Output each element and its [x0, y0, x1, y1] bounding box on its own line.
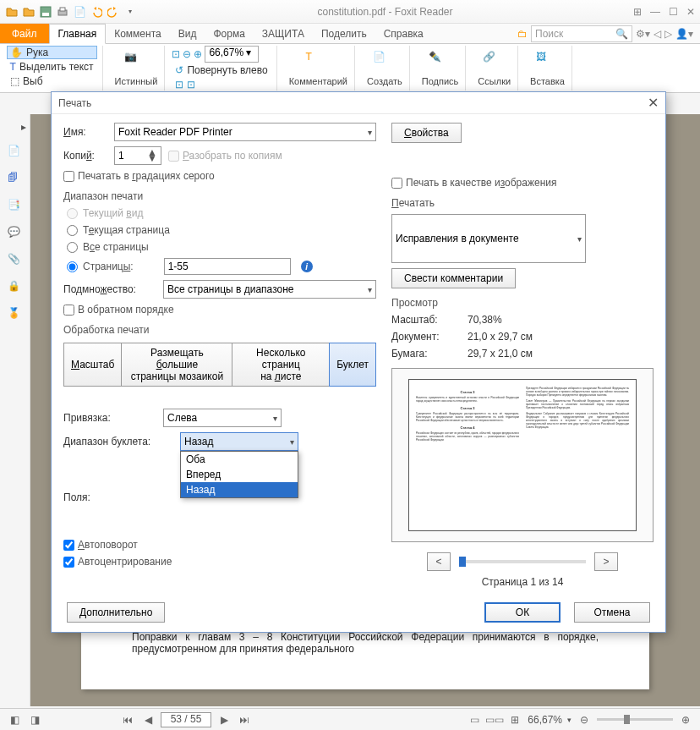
zoomin-icon[interactable]: ⊕: [194, 48, 202, 60]
open2-icon[interactable]: [22, 5, 36, 19]
as-image-check[interactable]: Печать в качестве изображения: [391, 177, 654, 189]
layout1-icon[interactable]: ▭: [467, 712, 482, 727]
comments-icon[interactable]: 💬: [8, 226, 23, 241]
layers-icon[interactable]: 🗐: [8, 172, 23, 187]
seg-tile[interactable]: Размещать большиестраницы мозаикой: [122, 343, 232, 386]
next-page-icon[interactable]: ▶: [216, 712, 232, 727]
comment-group[interactable]: Ꭲ Комментарий: [282, 46, 355, 91]
autorotate-check[interactable]: Автоповорот: [63, 539, 376, 551]
zoom-in-icon[interactable]: ⊕: [678, 712, 693, 727]
security-icon[interactable]: 🔒: [8, 280, 23, 295]
minimize-icon[interactable]: ―: [650, 6, 660, 18]
side-toggle2-icon[interactable]: ◨: [27, 712, 42, 727]
cancel-button[interactable]: Отмена: [574, 602, 650, 623]
seg-scale[interactable]: Масштаб: [64, 343, 122, 386]
seg-booklet[interactable]: Буклет: [329, 343, 376, 387]
flatten-button[interactable]: Свести комментарии: [391, 268, 516, 288]
bookmarks-icon[interactable]: 📑: [8, 199, 23, 214]
ok-button[interactable]: ОК: [484, 602, 561, 623]
snapshot-group[interactable]: 📷 Истинный: [108, 46, 166, 91]
seg-multi[interactable]: Несколько страницна листе: [232, 343, 330, 386]
prev-icon[interactable]: ◁: [654, 28, 661, 40]
close-icon[interactable]: ✕: [686, 6, 695, 18]
gear-icon[interactable]: ⚙▾: [636, 28, 650, 40]
last-page-icon[interactable]: ⏭: [237, 712, 252, 727]
first-page-icon[interactable]: ⏮: [120, 712, 135, 727]
print-what-combo[interactable]: Исправления в документе▾: [391, 214, 586, 263]
dd-option-back[interactable]: Назад: [181, 482, 298, 497]
page-thumb-icon[interactable]: 📄: [8, 145, 23, 160]
file-tab[interactable]: Файл: [0, 24, 49, 43]
binding-combo[interactable]: Слева▾: [163, 409, 282, 427]
layout3-icon[interactable]: ⊞: [507, 712, 522, 727]
tab-form[interactable]: Форма: [205, 25, 253, 43]
dd-option-both[interactable]: Оба: [181, 452, 298, 467]
layout2-icon[interactable]: ▭▭: [487, 712, 502, 727]
sign-group[interactable]: ✒️ Подпись: [415, 46, 467, 91]
zoom-out-icon[interactable]: ⊖: [577, 712, 592, 727]
autocenter-check[interactable]: Автоцентрирование: [63, 556, 376, 568]
rotate-left[interactable]: ↺Повернуть влево: [172, 63, 271, 77]
user-icon[interactable]: 👤▾: [675, 28, 693, 40]
attach-icon[interactable]: 📎: [8, 253, 23, 268]
create-group[interactable]: 📄 Создать: [360, 46, 410, 91]
dd-option-forward[interactable]: Вперед: [181, 467, 298, 482]
tab-share[interactable]: Поделить: [313, 25, 375, 43]
prev-page-icon[interactable]: ◀: [140, 712, 156, 727]
handling-segment: Масштаб Размещать большиестраницы мозаик…: [63, 343, 376, 387]
save-icon[interactable]: [39, 5, 52, 19]
tab-help[interactable]: Справка: [375, 25, 432, 43]
tab-comment[interactable]: Коммента: [106, 25, 170, 43]
radio-all-pages[interactable]: Все страницы: [67, 241, 376, 253]
info-icon[interactable]: i: [301, 261, 313, 272]
next-icon[interactable]: ▷: [664, 28, 672, 40]
search-go-icon[interactable]: 🔍: [615, 28, 628, 40]
grayscale-check[interactable]: Печатать в градациях серого: [63, 170, 376, 182]
printer-combo[interactable]: Foxit Reader PDF Printer▾: [114, 123, 376, 141]
zoom-slider[interactable]: [597, 718, 673, 721]
preview-prev-button[interactable]: <: [427, 552, 451, 571]
copies-spinner[interactable]: 1▲▼: [114, 146, 161, 165]
hand-tool[interactable]: ✋Рука: [7, 46, 97, 59]
doc-icon[interactable]: 📄: [73, 5, 86, 19]
qat-dropdown-icon[interactable]: ▾: [123, 5, 137, 19]
print-icon[interactable]: [56, 5, 69, 19]
open-icon[interactable]: [5, 5, 19, 19]
reverse-check[interactable]: В обратном порядке: [63, 304, 376, 316]
advanced-button[interactable]: Дополнительно: [67, 602, 165, 623]
zoomout-icon[interactable]: ⊖: [183, 48, 191, 60]
radio-current-page[interactable]: Текущая страница: [67, 224, 376, 236]
radio-pages[interactable]: Страницы: i: [67, 258, 376, 275]
collapse-icon[interactable]: ▸: [21, 121, 26, 133]
properties-button[interactable]: Свойства: [391, 123, 462, 143]
undo-icon[interactable]: [90, 5, 103, 19]
pages-input[interactable]: [164, 258, 291, 275]
select-text-tool[interactable]: ᎢВыделить текст: [7, 60, 97, 74]
insert-group[interactable]: 🖼 Вставка: [523, 46, 572, 91]
dialog-close-icon[interactable]: ✕: [648, 95, 659, 111]
preview-next-button[interactable]: >: [594, 552, 618, 571]
redo-icon[interactable]: [107, 5, 120, 19]
links-group[interactable]: 🔗 Ссылки: [471, 46, 518, 91]
side-toggle-icon[interactable]: ◧: [7, 712, 22, 727]
booklet-range-combo[interactable]: Назад▾: [180, 432, 298, 451]
find-icon[interactable]: 🗀: [517, 28, 528, 40]
page-input[interactable]: 53 / 55: [161, 712, 211, 727]
fit-icon[interactable]: ⊡: [172, 48, 180, 60]
subset-combo[interactable]: Все страницы в диапазоне▾: [163, 280, 376, 299]
tab-view[interactable]: Вид: [170, 25, 205, 43]
search-input[interactable]: Поиск 🔍: [531, 25, 632, 42]
zoom-combo[interactable]: 66,67% ▾: [205, 46, 259, 63]
booklet-range-dropdown: Оба Вперед Назад: [180, 451, 298, 498]
tab-protect[interactable]: ЗАЩИТА: [254, 25, 313, 43]
zoom-caret-icon[interactable]: ▾: [567, 716, 571, 724]
ribbon-toggle-icon[interactable]: ⊞: [633, 6, 642, 18]
tab-home[interactable]: Главная: [49, 24, 107, 44]
rotate-more[interactable]: ⊡ ⊡: [172, 78, 271, 91]
scale-key: Масштаб:: [391, 314, 459, 326]
sig-icon[interactable]: 🏅: [8, 307, 23, 322]
statusbar: ◧ ◨ ⏮ ◀ 53 / 55 ▶ ⏭ ▭ ▭▭ ⊞ 66,67% ▾ ⊖ ⊕: [0, 708, 700, 730]
preview-slider[interactable]: [459, 560, 586, 563]
maximize-icon[interactable]: ☐: [669, 6, 678, 18]
select-tool[interactable]: ⬚Выб: [7, 74, 97, 88]
